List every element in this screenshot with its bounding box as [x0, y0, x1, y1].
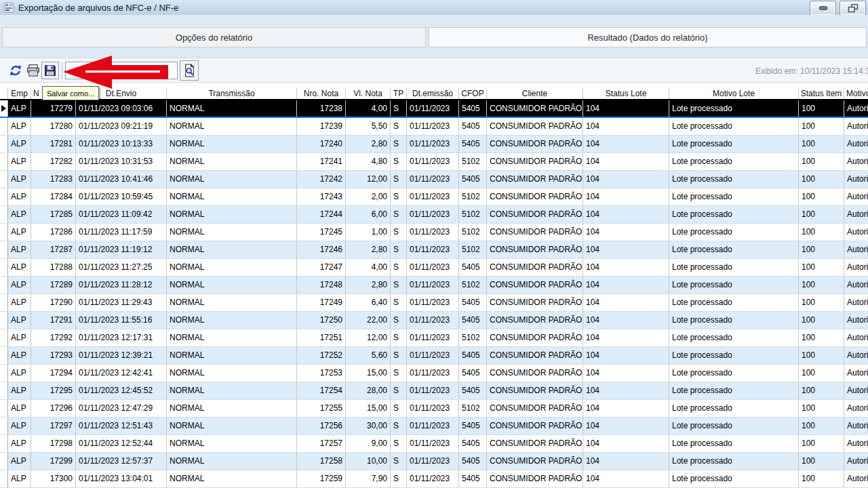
grid-cell-vl_nota[interactable]: 2,80: [346, 241, 391, 258]
grid-cell-motivo_lote[interactable]: Lote processado: [669, 171, 799, 188]
grid-cell-lote[interactable]: 17281: [31, 136, 76, 152]
grid-cell-vl_nota[interactable]: 5,50: [346, 118, 391, 135]
grid-cell-vl_nota[interactable]: 15,00: [346, 365, 391, 382]
grid-cell-dt_envio[interactable]: 01/11/2023 10:41:46: [76, 171, 167, 188]
grid-cell-nro_nota[interactable]: 17248: [297, 277, 346, 293]
grid-cell-tp[interactable]: S: [391, 435, 407, 452]
grid-cell-transmissao[interactable]: NORMAL: [167, 171, 297, 188]
grid-cell-transmissao[interactable]: NORMAL: [167, 277, 297, 293]
print-button[interactable]: [24, 62, 42, 79]
grid-cell-status_lote[interactable]: 104: [583, 329, 669, 346]
grid-cell-status_item[interactable]: 100: [799, 206, 844, 223]
grid-cell-motivo_lote[interactable]: Lote processado: [669, 418, 799, 434]
grid-cell-cfop[interactable]: 5405: [459, 136, 487, 152]
grid-cell-nro_nota[interactable]: 17249: [297, 294, 346, 311]
grid-cell-tp[interactable]: S: [391, 329, 407, 346]
grid-cell-tp[interactable]: S: [391, 153, 407, 170]
grid-cell-emp[interactable]: ALP: [8, 312, 31, 329]
grid-cell-cfop[interactable]: 5102: [459, 241, 487, 258]
grid-cell-status_lote[interactable]: 104: [583, 224, 669, 241]
grid-cell-cfop[interactable]: 5102: [459, 400, 487, 417]
grid-cell-dt_emissao[interactable]: 01/11/2023: [407, 453, 459, 470]
grid-cell-dt_envio[interactable]: 01/11/2023 11:27:25: [76, 259, 167, 276]
grid-cell-dt_emissao[interactable]: 01/11/2023: [407, 470, 459, 487]
grid-cell-emp[interactable]: ALP: [8, 347, 31, 364]
grid-cell-motivo[interactable]: Autori: [844, 347, 868, 364]
grid-cell-nro_nota[interactable]: 17257: [297, 435, 346, 452]
grid-cell-emp[interactable]: ALP: [8, 188, 31, 205]
grid-cell-status_item[interactable]: 100: [799, 241, 844, 258]
table-row[interactable]: ALP1728701/11/2023 11:19:12NORMAL172462,…: [0, 241, 868, 259]
grid-cell-dt_emissao[interactable]: 01/11/2023: [407, 171, 459, 188]
grid-cell-dt_emissao[interactable]: 01/11/2023: [407, 153, 459, 170]
grid-cell-cfop[interactable]: 5405: [459, 382, 487, 399]
grid-cell-dt_emissao[interactable]: 01/11/2023: [407, 206, 459, 223]
grid-cell-status_item[interactable]: 100: [799, 224, 844, 241]
grid-cell-nro_nota[interactable]: 17245: [297, 224, 346, 241]
grid-cell-nro_nota[interactable]: 17238: [297, 100, 346, 117]
grid-cell-dt_emissao[interactable]: 01/11/2023: [407, 347, 459, 364]
grid-cell-tp[interactable]: S: [391, 136, 407, 152]
grid-cell-lote[interactable]: 17286: [31, 224, 76, 241]
grid-cell-motivo_lote[interactable]: Lote processado: [669, 206, 799, 223]
grid-cell-lote[interactable]: 17300: [31, 470, 76, 487]
grid-cell-transmissao[interactable]: NORMAL: [167, 241, 297, 258]
grid-cell-tp[interactable]: S: [391, 171, 407, 188]
grid-cell-tp[interactable]: S: [391, 382, 407, 399]
grid-cell-cliente[interactable]: CONSUMIDOR PADRÃO: [487, 435, 583, 452]
grid-cell-motivo[interactable]: Autori: [844, 241, 868, 258]
grid-cell-transmissao[interactable]: NORMAL: [167, 418, 297, 434]
grid-cell-nro_nota[interactable]: 17256: [297, 418, 346, 434]
grid-cell-tp[interactable]: S: [391, 312, 407, 329]
table-row[interactable]: ALP1729601/11/2023 12:47:29NORMAL1725515…: [0, 400, 868, 418]
grid-cell-tp[interactable]: S: [391, 188, 407, 205]
grid-cell-dt_emissao[interactable]: 01/11/2023: [407, 277, 459, 293]
grid-cell-tp[interactable]: S: [391, 470, 407, 487]
grid-cell-emp[interactable]: ALP: [8, 400, 31, 417]
grid-cell-vl_nota[interactable]: 12,00: [346, 171, 391, 188]
grid-cell-lote[interactable]: 17285: [31, 206, 76, 223]
grid-cell-dt_emissao[interactable]: 01/11/2023: [407, 224, 459, 241]
grid-cell-dt_envio[interactable]: 01/11/2023 10:59:45: [76, 188, 167, 205]
grid-cell-motivo[interactable]: Autori: [844, 259, 868, 276]
grid-cell-status_item[interactable]: 100: [799, 329, 844, 346]
grid-cell-status_item[interactable]: 100: [799, 365, 844, 382]
grid-cell-emp[interactable]: ALP: [8, 453, 31, 470]
grid-cell-dt_envio[interactable]: 01/11/2023 10:31:53: [76, 153, 167, 170]
grid-cell-nro_nota[interactable]: 17254: [297, 382, 346, 399]
grid-cell-tp[interactable]: S: [391, 400, 407, 417]
grid-cell-tp[interactable]: S: [391, 347, 407, 364]
grid-cell-motivo_lote[interactable]: Lote processado: [669, 294, 799, 311]
grid-cell-motivo[interactable]: Autori: [844, 329, 868, 346]
grid-cell-dt_emissao[interactable]: 01/11/2023: [407, 435, 459, 452]
grid-cell-status_item[interactable]: 100: [799, 171, 844, 188]
grid-cell-status_lote[interactable]: 104: [583, 277, 669, 293]
grid-cell-lote[interactable]: 17290: [31, 294, 76, 311]
grid-cell-transmissao[interactable]: NORMAL: [167, 259, 297, 276]
grid-cell-cfop[interactable]: 5102: [459, 153, 487, 170]
grid-cell-nro_nota[interactable]: 17252: [297, 347, 346, 364]
grid-cell-dt_envio[interactable]: 01/11/2023 12:39:21: [76, 347, 167, 364]
grid-cell-vl_nota[interactable]: 15,00: [346, 400, 391, 417]
table-row[interactable]: ALP1728601/11/2023 11:17:59NORMAL172451,…: [0, 224, 868, 241]
grid-cell-nro_nota[interactable]: 17241: [297, 153, 346, 170]
grid-cell-cliente[interactable]: CONSUMIDOR PADRÃO: [487, 206, 583, 223]
grid-cell-status_lote[interactable]: 104: [583, 241, 669, 258]
table-row[interactable]: ALP1728101/11/2023 10:13:33NORMAL172402,…: [0, 136, 868, 153]
grid-cell-tp[interactable]: S: [391, 365, 407, 382]
grid-cell-cliente[interactable]: CONSUMIDOR PADRÃO: [487, 118, 583, 135]
grid-cell-vl_nota[interactable]: 4,80: [346, 153, 391, 170]
grid-cell-emp[interactable]: ALP: [8, 241, 31, 258]
grid-cell-motivo_lote[interactable]: Lote processado: [669, 347, 799, 364]
grid-cell-motivo[interactable]: Autori: [844, 365, 868, 382]
table-row[interactable]: ALP1728201/11/2023 10:31:53NORMAL172414,…: [0, 153, 868, 171]
grid-cell-dt_envio[interactable]: 01/11/2023 12:47:29: [76, 400, 167, 417]
grid-cell-status_item[interactable]: 100: [799, 382, 844, 399]
grid-cell-status_lote[interactable]: 104: [583, 259, 669, 276]
grid-cell-vl_nota[interactable]: 2,80: [346, 277, 391, 293]
grid-cell-status_item[interactable]: 100: [799, 418, 844, 434]
grid-cell-tp[interactable]: S: [391, 118, 407, 135]
grid-cell-cfop[interactable]: 5405: [459, 453, 487, 470]
grid-cell-motivo[interactable]: Autori: [844, 470, 868, 487]
grid-cell-motivo[interactable]: Autori: [844, 453, 868, 470]
